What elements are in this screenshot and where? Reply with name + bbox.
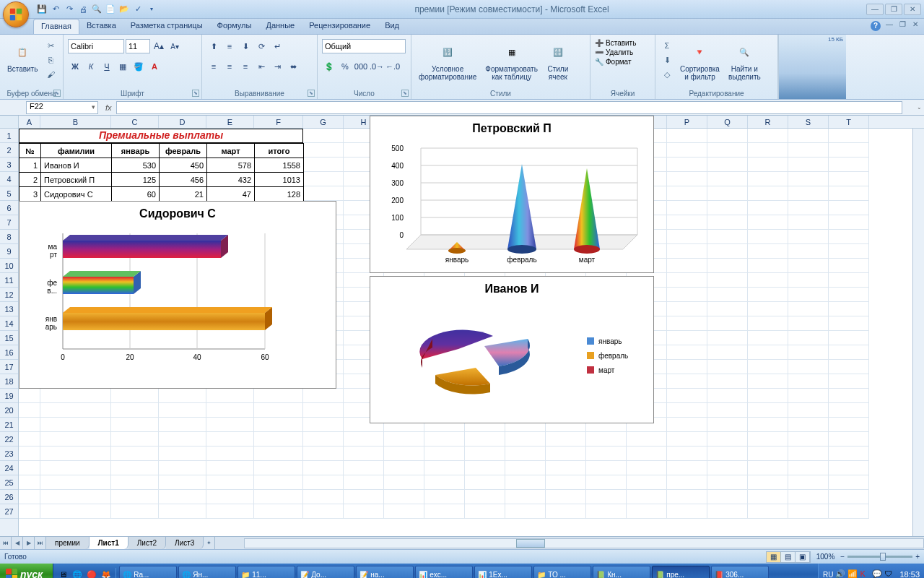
redo-icon[interactable]: ↷ — [64, 4, 75, 15]
undo-icon[interactable]: ↶ — [50, 4, 61, 15]
align-center-icon[interactable]: ≡ — [222, 59, 237, 74]
row-header[interactable]: 18 — [0, 374, 18, 389]
format-painter-icon[interactable]: 🖌 — [43, 68, 58, 81]
tray-antivirus-icon[interactable]: K — [860, 569, 870, 578]
row-header[interactable]: 25 — [0, 475, 18, 490]
lang-indicator[interactable]: RU — [823, 571, 833, 579]
sheet-nav-prev[interactable]: ◀ — [12, 537, 23, 549]
row-header[interactable]: 9 — [0, 244, 18, 259]
row-header[interactable]: 1 — [0, 129, 18, 143]
row-header[interactable]: 2 — [0, 143, 18, 158]
row-header[interactable]: 26 — [0, 490, 18, 504]
taskbar-button[interactable]: 📊1Ex... — [474, 566, 532, 578]
column-header[interactable]: B — [40, 116, 111, 128]
column-header[interactable]: S — [788, 116, 829, 128]
name-box[interactable]: F22 — [26, 101, 98, 114]
tab-review[interactable]: Рецензирование — [302, 19, 378, 34]
row-header[interactable]: 10 — [0, 259, 18, 273]
format-cells-button[interactable]: 🔧Формат — [595, 58, 632, 66]
chart-ivanov[interactable]: Иванов И — [370, 276, 654, 423]
row-header[interactable]: 7 — [0, 215, 18, 230]
format-table-button[interactable]: ▦ Форматировать как таблицу — [482, 39, 541, 82]
row-header[interactable]: 4 — [0, 172, 18, 186]
column-header[interactable]: Q — [707, 116, 748, 128]
taskbar-button[interactable]: 📝До... — [297, 566, 354, 578]
row-header[interactable]: 3 — [0, 158, 18, 172]
print-icon[interactable]: 🖨 — [77, 4, 89, 15]
new-sheet-button[interactable]: ✦ — [204, 537, 215, 549]
row-header[interactable]: 19 — [0, 389, 18, 403]
paste-button[interactable]: 📋 Вставить — [4, 39, 40, 74]
spellcheck-icon[interactable]: ✓ — [132, 4, 144, 15]
column-header[interactable]: D — [159, 116, 206, 128]
select-all-button[interactable] — [0, 116, 18, 129]
column-header[interactable]: P — [667, 116, 707, 128]
indent-inc-icon[interactable]: ⇥ — [270, 59, 284, 74]
align-bottom-icon[interactable]: ⬇ — [238, 39, 253, 53]
clear-icon[interactable]: ◇ — [660, 68, 674, 81]
sheet-nav-last[interactable]: ⏭ — [35, 537, 46, 549]
maximize-button[interactable]: ❐ — [885, 4, 902, 15]
row-header[interactable]: 14 — [0, 316, 18, 331]
currency-icon[interactable]: 💲 — [322, 59, 336, 74]
office-button[interactable] — [3, 1, 29, 27]
help-icon[interactable]: ? — [871, 21, 881, 31]
row-header[interactable]: 21 — [0, 418, 18, 432]
tray-updates-icon[interactable]: 🛡 — [884, 569, 894, 578]
ql-show-desktop-icon[interactable]: 🖥 — [56, 568, 69, 578]
sheet-tab[interactable]: Лист1 — [90, 537, 128, 549]
tab-page-layout[interactable]: Разметка страницы — [123, 19, 210, 34]
zoom-out-button[interactable]: − — [840, 553, 845, 561]
tab-insert[interactable]: Вставка — [79, 19, 123, 34]
align-left-icon[interactable]: ≡ — [206, 59, 221, 74]
save-icon[interactable]: 💾 — [36, 4, 48, 15]
zoom-in-button[interactable]: + — [915, 553, 920, 561]
orientation-icon[interactable]: ⟳ — [254, 39, 269, 53]
align-top-icon[interactable]: ⬆ — [206, 39, 221, 53]
qat-more-icon[interactable]: ▾ — [146, 4, 157, 15]
row-header[interactable]: 17 — [0, 360, 18, 374]
taskbar-button[interactable]: 📝на... — [356, 566, 414, 578]
border-icon[interactable]: ▦ — [116, 59, 130, 74]
clipboard-launcher[interactable]: ⬊ — [53, 90, 61, 97]
shrink-font-icon[interactable]: A▾ — [167, 39, 182, 53]
font-name-combo[interactable] — [68, 39, 124, 53]
sheet-tab[interactable]: премии — [46, 537, 90, 549]
new-icon[interactable]: 📄 — [105, 4, 116, 15]
tab-home[interactable]: Главная — [33, 19, 79, 34]
row-header[interactable]: 11 — [0, 273, 18, 288]
tray-volume-icon[interactable]: 🔊 — [835, 569, 845, 578]
row-header[interactable]: 23 — [0, 447, 18, 461]
column-header[interactable]: R — [748, 116, 788, 128]
row-header[interactable]: 8 — [0, 230, 18, 244]
fx-icon[interactable]: fx — [105, 103, 112, 112]
ribbon-minimize-icon[interactable]: — — [884, 20, 895, 30]
dec-decimal-icon[interactable]: ←.0 — [385, 59, 400, 74]
row-header[interactable]: 6 — [0, 201, 18, 215]
sheet-tab[interactable]: Лист2 — [128, 537, 166, 549]
font-color-icon[interactable]: A — [147, 59, 162, 74]
font-launcher[interactable]: ⬊ — [192, 90, 199, 97]
column-header[interactable]: T — [829, 116, 869, 128]
sheet-tab[interactable]: Лист3 — [166, 537, 204, 549]
sort-filter-button[interactable]: 🔻 Сортировка и фильтр — [677, 39, 723, 82]
merge-icon[interactable]: ⬌ — [286, 59, 300, 74]
fill-icon[interactable]: ⬇ — [660, 53, 674, 66]
open-icon[interactable]: 📂 — [118, 4, 130, 15]
number-launcher[interactable]: ⬊ — [401, 90, 409, 97]
horizontal-scrollbar[interactable] — [244, 537, 924, 549]
ribbon-close-icon[interactable]: ✕ — [910, 20, 921, 30]
vertical-scrollbar[interactable] — [912, 129, 924, 536]
tab-data[interactable]: Данные — [258, 19, 302, 34]
chart-petrovsky[interactable]: Петровский П 0100200300400500 — [370, 116, 654, 273]
ribbon-restore-icon[interactable]: ❐ — [897, 20, 908, 30]
row-header[interactable]: 12 — [0, 288, 18, 302]
tray-chat-icon[interactable]: 💬 — [872, 569, 882, 578]
chart-sidorovich[interactable]: Сидорович С март фев... январь 0 — [19, 201, 336, 389]
cut-icon[interactable]: ✂ — [43, 39, 58, 52]
column-header[interactable]: C — [111, 116, 159, 128]
wrap-text-icon[interactable]: ↵ — [270, 39, 284, 53]
percent-icon[interactable]: % — [338, 59, 352, 74]
align-middle-icon[interactable]: ≡ — [222, 39, 237, 53]
tray-network-icon[interactable]: 📶 — [847, 569, 858, 578]
